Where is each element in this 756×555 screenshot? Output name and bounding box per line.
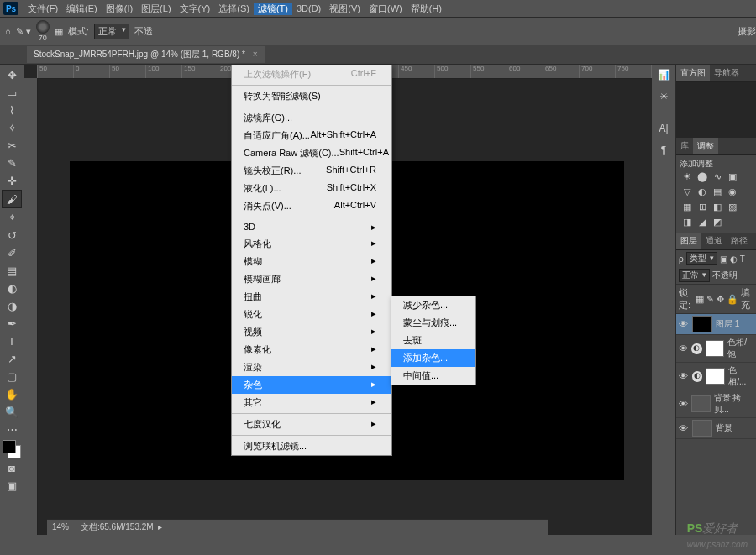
noise-item[interactable]: 蒙尘与划痕... (391, 314, 475, 332)
adj-exposure-icon[interactable]: ▣ (727, 171, 738, 183)
filter-submenu-item[interactable]: 杂色 (232, 376, 391, 394)
menu-view[interactable]: 视图(V) (325, 3, 365, 15)
layer-blend-select[interactable]: 正常 (679, 269, 710, 282)
noise-item[interactable]: 去斑 (391, 332, 475, 349)
brush-panel-icon[interactable]: ▦ (55, 26, 63, 37)
menu-image[interactable]: 图像(I) (102, 3, 137, 15)
filter-kind-select[interactable]: 类型 (686, 252, 717, 265)
filter-item[interactable]: 液化(L)...Shift+Ctrl+X (232, 180, 391, 197)
tab-navigator[interactable]: 导航器 (710, 65, 743, 81)
filter-adj-icon[interactable]: ◐ (730, 254, 738, 264)
filter-submenu-item[interactable]: 风格化 (232, 235, 391, 253)
lock-pos-icon[interactable]: ✥ (717, 294, 724, 305)
screenmode-icon[interactable]: ▣ (3, 477, 21, 494)
move-tool-icon[interactable]: ✥ (3, 66, 21, 83)
adj-selcolor-icon[interactable]: ◩ (711, 217, 723, 228)
noise-item[interactable]: 减少杂色... (391, 296, 475, 314)
tab-adjust[interactable]: 调整 (693, 138, 718, 154)
filter-item[interactable]: 自适应广角(A)...Alt+Shift+Ctrl+A (232, 127, 391, 144)
stamp-tool-icon[interactable]: ⌖ (3, 209, 21, 226)
adj-lookup-icon[interactable]: ⊞ (696, 202, 708, 213)
filter-submenu-item[interactable]: 锐化 (232, 306, 391, 323)
lock-paint-icon[interactable]: ✎ (706, 294, 714, 305)
adj-hue-icon[interactable]: ◐ (696, 186, 708, 198)
document-tab[interactable]: StockSnap_JMRR54PFRH.jpg @ 14% (图层 1, RG… (27, 46, 265, 63)
adjust-strip-icon[interactable]: ☀ (654, 90, 673, 107)
filter-item[interactable]: 消失点(V)...Alt+Ctrl+V (232, 197, 391, 215)
crop-tool-icon[interactable]: ✂ (3, 137, 21, 154)
menu-filter[interactable]: 滤镜(T) (254, 3, 292, 15)
tab-histogram[interactable]: 直方图 (676, 65, 710, 81)
adj-mixer-icon[interactable]: ▦ (681, 202, 693, 213)
tab-paths[interactable]: 路径 (727, 233, 752, 249)
layer-row[interactable]: 👁图层 1 (676, 314, 756, 335)
hand-tool-icon[interactable]: ✋ (3, 385, 21, 402)
adj-gradmap-icon[interactable]: ◢ (696, 217, 708, 228)
layer-row[interactable]: 👁背景 (676, 418, 756, 439)
filter-browse[interactable]: 浏览联机滤镜... (232, 437, 391, 455)
eyedropper-tool-icon[interactable]: ✎ (3, 154, 21, 171)
adj-poster-icon[interactable]: ▨ (727, 202, 738, 213)
visibility-icon[interactable]: 👁 (679, 399, 688, 409)
visibility-icon[interactable]: 👁 (679, 423, 689, 433)
filter-submenu-item[interactable]: 模糊 (232, 253, 391, 270)
zoom-level[interactable]: 14% (52, 522, 69, 531)
blend-mode-select[interactable]: 正常 (94, 24, 129, 39)
tab-library[interactable]: 库 (676, 138, 693, 154)
tab-channels[interactable]: 通道 (701, 233, 727, 249)
lasso-tool-icon[interactable]: ⌇ (3, 102, 21, 118)
fg-bg-colors[interactable] (3, 440, 21, 458)
history-brush-icon[interactable]: ↺ (3, 227, 21, 243)
filter-submenu-item[interactable]: 像素化 (232, 341, 391, 359)
lock-all-icon[interactable]: 🔒 (727, 294, 738, 305)
filter-submenu-item[interactable]: 其它 (232, 394, 391, 411)
edit-toolbar-icon[interactable]: ⋯ (3, 421, 21, 437)
filter-submenu-item[interactable]: 3D (232, 219, 391, 235)
paragraph-strip-icon[interactable]: ¶ (654, 144, 673, 160)
filter-last[interactable]: 上次滤镜操作(F)Ctrl+F (232, 65, 391, 83)
filter-item[interactable]: 镜头校正(R)...Shift+Ctrl+R (232, 162, 391, 180)
quickmask-icon[interactable]: ◙ (3, 459, 21, 476)
brush-tool-icon-tb[interactable]: 🖌 (2, 190, 22, 208)
home-icon[interactable]: ⌂ (5, 26, 11, 36)
visibility-icon[interactable]: 👁 (679, 343, 688, 353)
filter-gallery[interactable]: 滤镜库(G)... (232, 109, 391, 127)
brush-preview[interactable]: 70 (36, 20, 50, 42)
menu-file[interactable]: 文件(F) (24, 3, 62, 15)
adj-bw-icon[interactable]: ▤ (711, 186, 723, 198)
filter-smart[interactable]: 转换为智能滤镜(S) (232, 87, 391, 105)
menu-layer[interactable]: 图层(L) (137, 3, 175, 15)
menu-help[interactable]: 帮助(H) (407, 3, 446, 15)
noise-item[interactable]: 中间值... (391, 367, 475, 385)
layer-row[interactable]: 👁◐色相/... (676, 363, 756, 390)
filter-submenu-item[interactable]: 扭曲 (232, 288, 391, 306)
wand-tool-icon[interactable]: ✧ (3, 119, 21, 136)
layer-row[interactable]: 👁背景 拷贝... (676, 390, 756, 418)
zoom-tool-icon[interactable]: 🔍 (3, 403, 21, 420)
noise-item[interactable]: 添加杂色... (391, 349, 475, 367)
visibility-icon[interactable]: 👁 (679, 371, 689, 381)
tab-layers[interactable]: 图层 (676, 233, 701, 249)
close-tab-icon[interactable]: × (253, 50, 258, 59)
adj-curves-icon[interactable]: ∿ (711, 171, 723, 183)
filter-img-icon[interactable]: ▣ (720, 254, 727, 264)
filter-kind-icon[interactable]: ρ (679, 254, 684, 264)
adj-levels-icon[interactable]: ⬤ (696, 171, 708, 183)
pen-tool-icon[interactable]: ✒ (3, 315, 21, 332)
menu-select[interactable]: 选择(S) (214, 3, 254, 15)
healing-tool-icon[interactable]: ✜ (3, 172, 21, 189)
gradient-tool-icon[interactable]: ▤ (3, 262, 21, 279)
text-tool-icon[interactable]: T (3, 332, 21, 349)
filter-submenu-item[interactable]: 视频 (232, 323, 391, 341)
fg-color-swatch[interactable] (3, 440, 16, 453)
menu-3d[interactable]: 3D(D) (292, 3, 325, 13)
shape-tool-icon[interactable]: ▢ (3, 368, 21, 385)
dodge-tool-icon[interactable]: ◑ (3, 297, 21, 314)
layer-row[interactable]: 👁◐色相/饱 (676, 335, 756, 363)
blur-tool-icon[interactable]: ◐ (3, 280, 21, 296)
visibility-icon[interactable]: 👁 (679, 319, 689, 329)
menu-edit[interactable]: 编辑(E) (62, 3, 102, 15)
filter-submenu-item[interactable]: 渲染 (232, 359, 391, 376)
adj-brightness-icon[interactable]: ☀ (681, 171, 693, 183)
histogram-strip-icon[interactable]: 📊 (654, 68, 673, 85)
